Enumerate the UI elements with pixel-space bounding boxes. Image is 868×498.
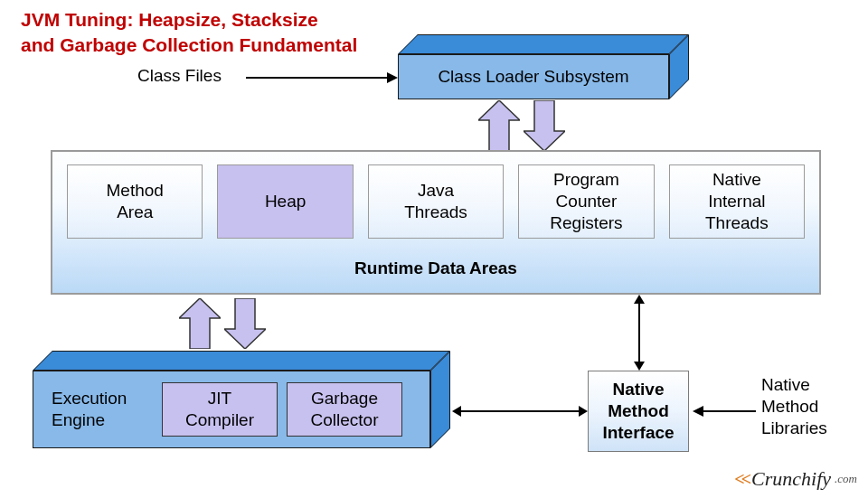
execution-engine-label: Execution Engine bbox=[46, 388, 153, 431]
arrows-rda-exec bbox=[179, 298, 266, 349]
page-title: JVM Tuning: Heapsize, Stacksize and Garb… bbox=[21, 7, 357, 59]
rda-method-area-label: Method Area bbox=[107, 180, 164, 223]
arrow-up-icon bbox=[478, 100, 520, 151]
native-method-libraries-label: Native Method Libraries bbox=[761, 374, 827, 438]
rda-native-threads-label: Native Internal Threads bbox=[705, 169, 769, 233]
arrow-classfiles-to-loader bbox=[246, 72, 398, 83]
garbage-collector-label: Garbage Collector bbox=[311, 388, 379, 431]
runtime-data-areas: Method Area Heap Java Threads Program Co… bbox=[51, 150, 821, 295]
class-loader-block: Class Loader Subsystem bbox=[398, 34, 669, 99]
jit-compiler-label: JIT Compiler bbox=[185, 388, 254, 431]
rda-java-threads: Java Threads bbox=[368, 164, 504, 239]
class-files-label: Class Files bbox=[137, 65, 222, 87]
arrow-down-icon bbox=[524, 100, 565, 151]
svg-marker-11 bbox=[634, 362, 645, 371]
svg-marker-8 bbox=[579, 406, 588, 417]
arrow-exec-nmi bbox=[452, 405, 588, 418]
rda-pc-registers-label: Program Counter Registers bbox=[550, 169, 622, 233]
rda-java-threads-label: Java Threads bbox=[404, 180, 467, 223]
svg-marker-1 bbox=[387, 72, 398, 83]
svg-marker-4 bbox=[179, 298, 221, 349]
logo-chevron-icon: << bbox=[734, 469, 748, 490]
rda-pc-registers: Program Counter Registers bbox=[518, 164, 654, 239]
jit-compiler-box: JIT Compiler bbox=[162, 382, 278, 437]
arrow-rda-nmi bbox=[633, 295, 646, 371]
rda-heap-label: Heap bbox=[265, 191, 306, 212]
rda-title: Runtime Data Areas bbox=[67, 239, 805, 295]
native-method-interface: Native Method Interface bbox=[588, 371, 689, 452]
rda-heap: Heap bbox=[217, 164, 353, 239]
arrow-up-icon bbox=[179, 298, 221, 349]
execution-engine-block: Execution Engine JIT Compiler Garbage Co… bbox=[33, 351, 430, 448]
arrow-down-icon bbox=[224, 298, 266, 349]
nmi-label: Native Method Interface bbox=[602, 379, 674, 443]
logo-tld: .com bbox=[835, 472, 857, 486]
svg-marker-5 bbox=[224, 298, 266, 349]
class-loader-label: Class Loader Subsystem bbox=[438, 66, 628, 88]
svg-marker-10 bbox=[634, 295, 645, 304]
svg-marker-3 bbox=[524, 100, 565, 151]
svg-marker-13 bbox=[693, 406, 703, 417]
svg-marker-2 bbox=[478, 100, 520, 151]
rda-method-area: Method Area bbox=[67, 164, 203, 239]
arrows-loader-rda bbox=[478, 100, 565, 151]
rda-native-threads: Native Internal Threads bbox=[669, 164, 805, 239]
garbage-collector-box: Garbage Collector bbox=[287, 382, 402, 437]
logo-brand: Crunchify bbox=[751, 467, 831, 491]
brand-logo: << Crunchify.com bbox=[734, 467, 857, 491]
arrow-nml-nmi bbox=[693, 405, 756, 418]
svg-marker-7 bbox=[452, 406, 461, 417]
